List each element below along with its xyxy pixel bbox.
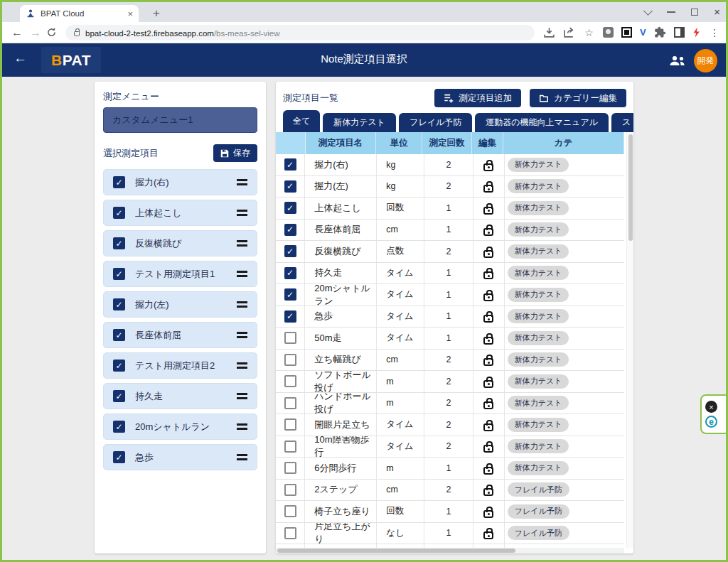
drag-handle-icon[interactable] bbox=[237, 423, 247, 430]
row-checkbox[interactable] bbox=[284, 224, 296, 236]
share-icon[interactable] bbox=[563, 26, 575, 38]
category-tab[interactable]: 運動器の機能向上マニュアル bbox=[475, 113, 609, 132]
item-checkbox[interactable] bbox=[113, 360, 125, 372]
extension-gray-icon[interactable] bbox=[603, 27, 614, 38]
row-checkbox[interactable] bbox=[284, 484, 296, 496]
row-checkbox[interactable] bbox=[284, 288, 296, 301]
new-tab-button[interactable]: + bbox=[148, 5, 165, 22]
row-select-cell bbox=[276, 198, 305, 219]
download-icon[interactable] bbox=[543, 26, 555, 38]
row-checkbox[interactable] bbox=[284, 332, 296, 344]
drag-handle-icon[interactable] bbox=[237, 271, 247, 277]
category-edit-button[interactable]: カテゴリー編集 bbox=[530, 89, 626, 107]
browser-tab[interactable]: BPAT Cloud × bbox=[20, 5, 139, 22]
lock-icon bbox=[483, 228, 493, 236]
item-checkbox[interactable] bbox=[113, 329, 125, 341]
menu-select[interactable]: カスタムメニュー1 bbox=[103, 107, 257, 133]
column-header-unit: 単位 bbox=[376, 132, 422, 154]
vertical-scrollbar[interactable] bbox=[626, 132, 633, 548]
bookmark-star-icon[interactable]: ☆ bbox=[583, 26, 595, 38]
row-count-cell: 1 bbox=[424, 306, 473, 328]
row-checkbox[interactable] bbox=[284, 441, 296, 453]
item-checkbox[interactable] bbox=[113, 176, 125, 188]
measurement-name: 片足立ち上がり bbox=[314, 523, 376, 544]
item-checkbox[interactable] bbox=[113, 237, 125, 249]
dev-badge[interactable]: 開発 bbox=[694, 49, 717, 72]
table-row: ソフトボール投げm2新体力テスト bbox=[276, 371, 624, 393]
window-close-button[interactable]: × bbox=[714, 9, 720, 16]
row-edit-cell bbox=[473, 501, 505, 522]
row-checkbox[interactable] bbox=[284, 397, 296, 409]
measurement-name: 上体起こし bbox=[314, 202, 361, 215]
window-chevron-icon[interactable] bbox=[643, 6, 653, 16]
row-edit-cell bbox=[473, 523, 505, 544]
row-select-cell bbox=[276, 176, 305, 198]
menu-label: 測定メニュー bbox=[103, 90, 257, 103]
category-tab[interactable]: フレイル予防 bbox=[399, 113, 472, 132]
count-value: 2 bbox=[446, 355, 451, 364]
drag-handle-icon[interactable] bbox=[237, 362, 247, 369]
item-checkbox[interactable] bbox=[113, 268, 125, 280]
category-tab[interactable]: 全て bbox=[283, 110, 320, 132]
unit-value: kg bbox=[386, 181, 395, 191]
item-checkbox[interactable] bbox=[113, 207, 125, 219]
forward-button[interactable]: → bbox=[26, 26, 45, 39]
row-checkbox[interactable] bbox=[284, 180, 296, 193]
row-checkbox[interactable] bbox=[284, 310, 296, 323]
row-checkbox[interactable] bbox=[284, 354, 296, 366]
row-name-cell: 20mシャトルラン bbox=[305, 284, 377, 306]
window-maximize-button[interactable] bbox=[691, 9, 698, 16]
horizontal-scrollbar[interactable] bbox=[276, 548, 624, 553]
drag-handle-icon[interactable] bbox=[237, 332, 247, 338]
category-tab[interactable]: 新体力テスト bbox=[323, 113, 396, 132]
category-tab[interactable]: ストレング bbox=[611, 113, 633, 132]
vertical-scrollbar-thumb[interactable] bbox=[628, 134, 633, 241]
extension-bolt-icon[interactable] bbox=[692, 28, 701, 38]
extensions-puzzle-icon[interactable] bbox=[654, 26, 666, 38]
url-bar[interactable]: bpat-cloud-2-test2.firebaseapp.com/bs-me… bbox=[65, 25, 535, 40]
table-row: 上体起こし回数1新体力テスト bbox=[276, 198, 624, 220]
horizontal-scrollbar-thumb[interactable] bbox=[277, 549, 515, 553]
side-panel-icon[interactable] bbox=[674, 27, 685, 38]
selected-item: テスト用測定項目1 bbox=[103, 261, 257, 287]
users-icon[interactable] bbox=[668, 55, 687, 67]
extension-vue-icon[interactable]: V bbox=[640, 27, 646, 38]
count-value: 1 bbox=[446, 528, 451, 538]
drag-handle-icon[interactable] bbox=[237, 393, 247, 399]
category-badge: 新体力テスト bbox=[508, 179, 569, 193]
capture-e-icon[interactable]: e bbox=[705, 416, 717, 428]
row-category-cell: フレイル予防 bbox=[505, 480, 624, 501]
row-checkbox[interactable] bbox=[284, 462, 296, 474]
browser-menu-icon[interactable]: ⋮ bbox=[709, 26, 721, 38]
app-back-button[interactable]: ← bbox=[14, 50, 27, 66]
row-checkbox[interactable] bbox=[284, 202, 296, 214]
tab-close-icon[interactable]: × bbox=[127, 9, 133, 19]
row-checkbox[interactable] bbox=[284, 505, 296, 517]
save-button[interactable]: 保存 bbox=[213, 144, 257, 162]
capture-close-icon[interactable]: × bbox=[705, 401, 717, 413]
item-checkbox[interactable] bbox=[113, 421, 125, 433]
drag-handle-icon[interactable] bbox=[237, 240, 247, 247]
site-lock-icon[interactable] bbox=[74, 31, 80, 36]
drag-handle-icon[interactable] bbox=[237, 454, 247, 460]
item-checkbox[interactable] bbox=[113, 451, 125, 463]
row-checkbox[interactable] bbox=[284, 245, 296, 257]
drag-handle-icon[interactable] bbox=[237, 301, 247, 308]
row-checkbox[interactable] bbox=[284, 418, 296, 431]
row-checkbox[interactable] bbox=[284, 158, 296, 171]
window-minimize-button[interactable] bbox=[667, 11, 675, 13]
drag-handle-icon[interactable] bbox=[237, 210, 247, 216]
back-button[interactable]: ← bbox=[8, 26, 26, 39]
item-checkbox[interactable] bbox=[113, 390, 125, 402]
category-badge: 新体力テスト bbox=[508, 158, 569, 172]
row-checkbox[interactable] bbox=[284, 527, 296, 539]
row-checkbox[interactable] bbox=[284, 375, 296, 387]
row-checkbox[interactable] bbox=[284, 267, 296, 279]
unit-value: cm bbox=[386, 485, 398, 495]
add-item-button[interactable]: 測定項目追加 bbox=[434, 89, 521, 107]
reload-button[interactable] bbox=[46, 27, 57, 38]
drag-handle-icon[interactable] bbox=[237, 179, 247, 185]
extension-bw-icon[interactable] bbox=[621, 27, 632, 38]
item-checkbox[interactable] bbox=[113, 298, 125, 310]
favicon-icon bbox=[26, 9, 36, 18]
